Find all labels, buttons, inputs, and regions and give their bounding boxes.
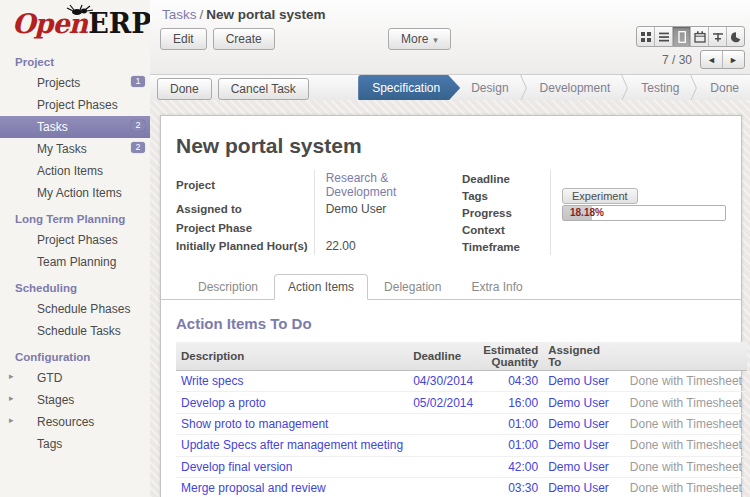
cell-description: Merge proposal and review — [176, 477, 408, 497]
action-item-description-link[interactable]: Develop a proto — [181, 396, 266, 410]
stage-separator-icon — [520, 75, 529, 101]
table-row[interactable]: Write specs04/30/201404:30Demo UserDone … — [176, 371, 747, 392]
action-item-description-link[interactable]: Show proto to management — [181, 417, 328, 431]
stage-specification[interactable]: Specification — [358, 75, 460, 101]
sidebar-item-stages[interactable]: ▸Stages — [0, 389, 150, 411]
action-item-quantity-link[interactable]: 03:30 — [508, 481, 538, 495]
cancel-task-button[interactable]: Cancel Task — [218, 78, 309, 100]
sidebar-item-label: Action Items — [37, 164, 103, 178]
column-header-description[interactable]: Description — [176, 342, 408, 371]
sidebar-item-my-tasks[interactable]: My Tasks2 — [0, 138, 150, 160]
sidebar-nav: ProjectProjects1Project PhasesTasks2My T… — [0, 47, 150, 455]
timeframe-label: Timeframe — [462, 238, 551, 255]
stage-design[interactable]: Design — [460, 75, 519, 101]
sidebar-item-my-action-items[interactable]: My Action Items — [0, 182, 150, 204]
breadcrumb-separator: / — [200, 7, 204, 22]
more-button[interactable]: More▾ — [388, 28, 451, 50]
kanban-icon — [640, 31, 652, 43]
project-phase-value — [314, 218, 434, 236]
action-item-quantity-link[interactable]: 04:30 — [508, 374, 538, 388]
sidebar-item-project-phases[interactable]: Project Phases — [0, 229, 150, 251]
sidebar-item-team-planning[interactable]: Team Planning — [0, 251, 150, 273]
context-value — [551, 221, 727, 238]
column-header-status[interactable] — [614, 342, 747, 371]
table-row[interactable]: Develop a proto05/02/201416:00Demo UserD… — [176, 392, 747, 413]
action-item-deadline-link[interactable]: 05/02/2014 — [413, 396, 473, 410]
notebook-tabs: DescriptionAction ItemsDelegationExtra I… — [160, 273, 742, 300]
left-field-group: Project Research & Development Assigned … — [176, 170, 435, 255]
pager: 7 / 30 ◄ ► — [662, 50, 745, 69]
assigned-user-link[interactable]: Demo User — [548, 438, 609, 452]
pager-counter: 7 / 30 — [662, 53, 692, 67]
action-item-quantity-link[interactable]: 42:00 — [508, 460, 538, 474]
column-header-estimated-quantity[interactable]: Estimated Quantity — [478, 342, 543, 371]
list-view-button[interactable] — [654, 27, 672, 46]
tab-delegation[interactable]: Delegation — [370, 274, 455, 300]
action-item-description-link[interactable]: Develop final version — [181, 460, 292, 474]
sidebar-item-resources[interactable]: ▸Resources — [0, 411, 150, 433]
action-items-heading: Action Items To Do — [176, 315, 726, 332]
stage-pipeline: SpecificationDesignDevelopmentTestingDon… — [358, 75, 750, 101]
gantt-view-button[interactable] — [708, 27, 726, 46]
assigned-user-link[interactable]: Demo User — [548, 481, 609, 495]
assigned-user-link[interactable]: Demo User — [548, 417, 609, 431]
field-row-planned-hours: Initially Planned Hour(s) 22.00 — [176, 237, 435, 255]
table-row[interactable]: Develop final version42:00Demo UserDone … — [176, 456, 747, 477]
kanban-view-button[interactable] — [637, 27, 654, 46]
action-item-description-link[interactable]: Update Specs after management meeting — [181, 438, 403, 452]
timesheet-status-label: Done with Timesheet — [630, 438, 742, 452]
project-link[interactable]: Research & Development — [326, 171, 397, 199]
stage-testing[interactable]: Testing — [630, 75, 690, 101]
stage-done[interactable]: Done — [699, 75, 750, 101]
assigned-user-link[interactable]: Demo User — [548, 460, 609, 474]
tab-description[interactable]: Description — [184, 274, 272, 300]
expand-arrow-icon[interactable]: ▸ — [9, 371, 14, 381]
action-item-quantity-link[interactable]: 16:00 — [508, 396, 538, 410]
sidebar-item-schedule-phases[interactable]: Schedule Phases — [0, 298, 150, 320]
cell-estimated-quantity: 04:30 — [478, 371, 543, 392]
done-button[interactable]: Done — [157, 78, 212, 100]
calendar-view-button[interactable] — [690, 27, 708, 46]
control-row: Edit Create More▾ — [150, 22, 750, 68]
graph-view-button[interactable] — [726, 27, 744, 46]
view-switcher — [636, 26, 745, 47]
stage-development[interactable]: Development — [529, 75, 622, 101]
sidebar-item-tags[interactable]: Tags — [0, 433, 150, 455]
action-item-description-link[interactable]: Merge proposal and review — [181, 481, 326, 495]
breadcrumb-tasks-link[interactable]: Tasks — [162, 7, 197, 22]
tab-action-items[interactable]: Action Items — [274, 274, 368, 300]
sidebar-item-projects[interactable]: Projects1 — [0, 72, 150, 94]
cell-assigned-to: Demo User — [543, 435, 614, 456]
action-item-quantity-link[interactable]: 01:00 — [508, 438, 538, 452]
create-button[interactable]: Create — [213, 28, 275, 50]
column-header-deadline[interactable]: Deadline — [408, 342, 478, 371]
sidebar-item-schedule-tasks[interactable]: Schedule Tasks — [0, 320, 150, 342]
edit-button[interactable]: Edit — [160, 28, 207, 50]
sidebar-item-tasks[interactable]: Tasks2 — [0, 116, 150, 138]
sidebar-item-label: Schedule Tasks — [37, 324, 121, 338]
tab-extra-info[interactable]: Extra Info — [457, 274, 536, 300]
sidebar-item-project-phases[interactable]: Project Phases — [0, 94, 150, 116]
assigned-user-link[interactable]: Demo User — [548, 396, 609, 410]
form-icon — [676, 31, 688, 43]
pager-previous-button[interactable]: ◄ — [701, 51, 722, 68]
action-item-description-link[interactable]: Write specs — [181, 374, 243, 388]
table-row[interactable]: Merge proposal and review03:30Demo UserD… — [176, 477, 747, 497]
pager-next-button[interactable]: ► — [722, 51, 744, 68]
ant-icon — [64, 3, 94, 16]
table-row[interactable]: Show proto to management01:00Demo UserDo… — [176, 413, 747, 434]
cell-estimated-quantity: 01:00 — [478, 435, 543, 456]
cell-deadline: 05/02/2014 — [408, 392, 478, 413]
sidebar-item-gtd[interactable]: ▸GTD — [0, 367, 150, 389]
nav-section-project: Project — [0, 47, 150, 72]
form-view-button[interactable] — [672, 27, 690, 46]
breadcrumb: Tasks/New portal system — [150, 0, 750, 22]
column-header-assigned-to[interactable]: Assigned To — [543, 342, 614, 371]
table-row[interactable]: Update Specs after management meeting01:… — [176, 435, 747, 456]
expand-arrow-icon[interactable]: ▸ — [9, 393, 14, 403]
expand-arrow-icon[interactable]: ▸ — [9, 415, 14, 425]
action-item-quantity-link[interactable]: 01:00 — [508, 417, 538, 431]
assigned-user-link[interactable]: Demo User — [548, 374, 609, 388]
sidebar-item-action-items[interactable]: Action Items — [0, 160, 150, 182]
action-item-deadline-link[interactable]: 04/30/2014 — [413, 374, 473, 388]
